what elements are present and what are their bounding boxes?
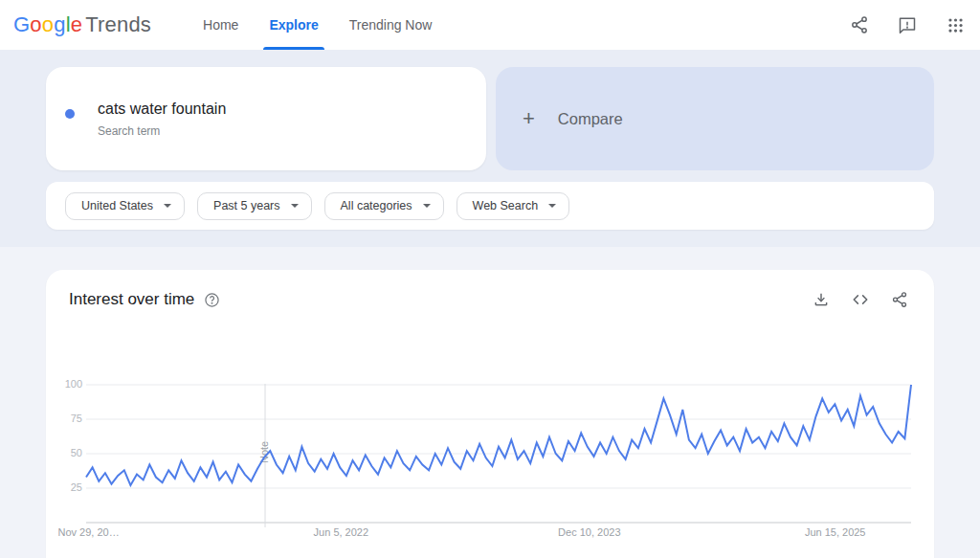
share-icon[interactable] (848, 13, 871, 36)
add-comparison-button[interactable]: + Compare (496, 67, 934, 170)
filters-bar: United States Past 5 years All categorie… (46, 182, 934, 230)
main-nav: Home Explore Trending Now (201, 0, 434, 50)
share-icon[interactable] (890, 290, 909, 309)
plus-icon: + (523, 108, 535, 129)
x-axis-label: Dec 10, 2023 (558, 526, 620, 538)
tab-home[interactable]: Home (201, 0, 240, 50)
x-axis-label: Jun 5, 2022 (314, 526, 369, 538)
header-actions (848, 0, 967, 50)
chart-actions (812, 290, 909, 309)
filter-region-dropdown[interactable]: United States (65, 192, 185, 220)
filter-category-dropdown[interactable]: All categories (324, 192, 444, 220)
apps-grid-icon[interactable] (944, 13, 967, 36)
term-texts: cats water fountain Search term (98, 100, 226, 138)
chevron-down-icon (291, 204, 299, 208)
filter-category-label: All categories (341, 199, 412, 212)
query-hero-section: cats water fountain Search term + Compar… (0, 50, 980, 247)
interest-over-time-card: Interest over time 255075100 Note Nov 29… (46, 270, 934, 558)
search-term-type-label: Search term (98, 124, 226, 138)
x-axis-label: Nov 29, 20… (57, 526, 119, 538)
filter-time-dropdown[interactable]: Past 5 years (197, 192, 311, 220)
tab-explore[interactable]: Explore (267, 0, 320, 50)
y-axis-label: 75 (46, 413, 82, 424)
tab-explore-label: Explore (269, 17, 318, 33)
chart-header: Interest over time (46, 270, 934, 309)
search-term-card[interactable]: cats water fountain Search term (46, 67, 486, 170)
feedback-icon[interactable] (896, 13, 919, 36)
tab-trending-now-label: Trending Now (349, 17, 433, 33)
google-trends-logo[interactable]: Google Trends (13, 12, 151, 37)
help-icon[interactable] (204, 292, 220, 308)
tab-home-label: Home (203, 17, 238, 33)
filter-time-label: Past 5 years (213, 199, 279, 212)
top-app-bar: Google Trends Home Explore Trending Now (0, 0, 980, 50)
chart-title: Interest over time (69, 290, 194, 309)
chevron-down-icon (423, 204, 431, 208)
y-axis-label: 25 (46, 481, 82, 493)
download-icon[interactable] (812, 290, 831, 309)
x-axis-label: Jun 15, 2025 (805, 526, 866, 538)
query-cards-row: cats water fountain Search term + Compar… (46, 67, 934, 170)
google-trends-page: Google Trends Home Explore Trending Now (0, 0, 980, 558)
filter-search-type-dropdown[interactable]: Web Search (457, 192, 570, 220)
y-axis-label: 50 (46, 447, 82, 458)
trend-chart: 255075100 Note Nov 29, 20…Jun 5, 2022Dec… (46, 270, 934, 558)
chevron-down-icon (548, 204, 556, 208)
filter-search-type-label: Web Search (473, 199, 539, 212)
compare-label: Compare (558, 110, 623, 128)
trend-plot-svg: Note (86, 384, 911, 529)
series-color-dot (65, 109, 75, 119)
search-term-text: cats water fountain (98, 100, 226, 119)
note-label[interactable]: Note (258, 441, 270, 463)
chevron-down-icon (164, 204, 171, 208)
filter-region-label: United States (81, 199, 153, 212)
logo-trends-word: Trends (85, 12, 151, 37)
trend-line (86, 385, 911, 485)
embed-icon[interactable] (851, 290, 870, 309)
tab-trending-now[interactable]: Trending Now (347, 0, 434, 50)
y-axis-label: 100 (46, 378, 82, 390)
logo-google-wordmark: Google (13, 12, 82, 37)
